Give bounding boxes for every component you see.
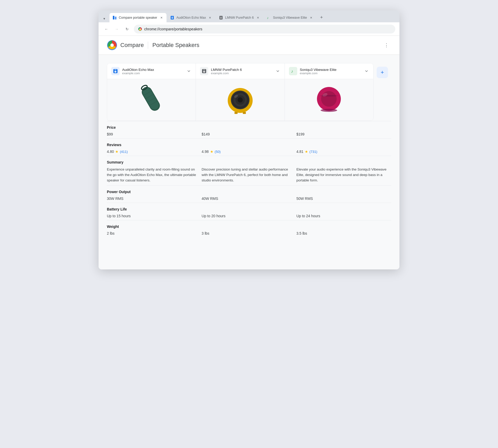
review-score-2: 4.98: [202, 150, 209, 154]
battery-value-3: Up to 24 hours: [296, 214, 391, 218]
review-count-1[interactable]: (411): [120, 150, 128, 154]
svg-rect-35: [243, 112, 246, 114]
reviews-values: 4.80 ★ (411) 4.98 ★ (50): [107, 150, 391, 154]
compare-section: Price $99 $149 $199 Reviews 4.80: [107, 121, 391, 237]
battery-value-1: Up to 15 hours: [107, 214, 202, 218]
compare-row-weight: Weight 2 lbs 3 lbs 3.5 lbs: [107, 220, 391, 237]
star-icon-2: ★: [210, 150, 213, 154]
weight-label: Weight: [107, 225, 391, 229]
tab-soniqu[interactable]: ♪ Soniqu3 Vibewave Elite ✕: [264, 13, 316, 22]
product-domain-2: example.com: [211, 72, 272, 75]
tab-list-btn[interactable]: ▼: [101, 15, 108, 22]
review-count-3[interactable]: (731): [309, 150, 317, 154]
product-dropdown-1[interactable]: [186, 69, 191, 74]
tab-compare-close[interactable]: ✕: [159, 16, 163, 20]
speaker-image-2: [225, 84, 256, 116]
header-menu-button[interactable]: ⋮: [382, 40, 391, 50]
product-dropdown-3[interactable]: [364, 69, 369, 74]
reviews-value-3: 4.81 ★ (731): [296, 150, 391, 154]
review-row-3: 4.81 ★ (731): [296, 150, 388, 154]
svg-point-6: [220, 17, 222, 19]
header-divider: [148, 42, 148, 49]
reviews-label: Reviews: [107, 143, 391, 147]
product-header-3: ♪ Soniqu3 Vibewave Elite example.com: [285, 63, 373, 79]
url-bar[interactable]: chrome://compare/portablespeakers: [134, 25, 395, 33]
speaker-image-1: [140, 83, 163, 117]
tab-soniqu-label: Soniqu3 Vibewave Elite: [273, 16, 307, 19]
product-header-1: AudiOtion Echo Max example.com: [107, 63, 196, 79]
summary-value-1: Experience unparalleled clarity and room…: [107, 167, 202, 183]
power-value-3: 50W RMS: [296, 196, 391, 201]
tab-soniqu-close[interactable]: ✕: [309, 16, 313, 20]
power-label: Power Output: [107, 190, 391, 194]
svg-rect-34: [234, 112, 238, 114]
svg-text:♪: ♪: [291, 69, 293, 73]
product-card-3: ♪ Soniqu3 Vibewave Elite example.com: [285, 63, 373, 121]
page-title: Portable Speakers: [152, 42, 199, 49]
product-domain-3: example.com: [300, 72, 361, 75]
page-header: Compare Portable Speakers ⋮: [99, 36, 399, 55]
product-card-1: AudiOtion Echo Max example.com: [107, 63, 196, 121]
new-tab-button[interactable]: +: [318, 14, 325, 21]
weight-value-3: 3.5 lbs: [296, 231, 391, 235]
compare-row-power: Power Output 30W RMS 40W RMS 50W RMS: [107, 185, 391, 203]
review-row-2: 4.98 ★ (50): [202, 150, 293, 154]
battery-label: Battery Life: [107, 207, 391, 211]
product-image-2: [196, 79, 284, 121]
compare-row-summary: Summary Experience unparalleled clarity …: [107, 156, 391, 185]
forward-button[interactable]: →: [113, 25, 120, 33]
price-values: $99 $149 $199: [107, 132, 391, 136]
browser-window: ▼ Compare portable speaker ✕ Au: [99, 10, 399, 269]
url-text[interactable]: chrome://compare/portablespeakers: [144, 27, 391, 31]
tab-lmnw-close[interactable]: ✕: [256, 16, 260, 20]
review-count-2[interactable]: (50): [215, 150, 221, 154]
summary-value-3: Elevate your audio experience with the S…: [296, 167, 391, 183]
chrome-icon-small: [138, 27, 142, 31]
svg-point-26: [203, 71, 205, 73]
product-info-2: LMNW PurePatch 6 example.com: [211, 68, 272, 75]
product-icon-1: [111, 67, 120, 75]
product-image-3: [285, 79, 373, 121]
product-card-2: LMNW PurePatch 6 example.com: [196, 63, 285, 121]
svg-rect-1: [115, 17, 116, 19]
star-icon-1: ★: [115, 150, 119, 154]
product-domain-1: example.com: [122, 72, 184, 75]
back-button[interactable]: ←: [103, 25, 110, 33]
tab-audio-close[interactable]: ✕: [208, 16, 212, 20]
star-icon-3: ★: [305, 150, 308, 154]
svg-point-39: [321, 91, 337, 107]
chrome-logo: [107, 40, 117, 50]
reviews-value-1: 4.80 ★ (411): [107, 150, 202, 154]
products-row: AudiOtion Echo Max example.com: [107, 63, 374, 121]
page-header-left: Compare Portable Speakers: [107, 40, 199, 50]
page-content: Compare Portable Speakers ⋮: [99, 36, 399, 269]
compare-row-price: Price $99 $149 $199: [107, 121, 391, 138]
svg-point-11: [140, 28, 141, 30]
product-dropdown-2[interactable]: [275, 69, 280, 74]
weight-value-1: 2 lbs: [107, 231, 202, 235]
header-compare-label: Compare: [120, 42, 144, 49]
product-image-1: [107, 79, 196, 121]
power-values: 30W RMS 40W RMS 50W RMS: [107, 196, 391, 201]
svg-point-14: [110, 44, 114, 47]
tab-lmnw-icon: [219, 16, 223, 20]
svg-point-3: [171, 17, 173, 19]
tab-compare-icon: [113, 16, 117, 20]
price-value-1: $99: [107, 132, 202, 136]
product-icon-3: ♪: [289, 67, 297, 75]
tab-lmnw-label: LMNW PurePatch 6: [225, 16, 254, 19]
tab-compare[interactable]: Compare portable speaker ✕: [109, 13, 167, 22]
product-name-1: AudiOtion Echo Max: [122, 68, 184, 72]
add-product-button[interactable]: +: [377, 67, 388, 78]
svg-rect-4: [171, 16, 173, 17]
tab-lmnw[interactable]: LMNW PurePatch 6 ✕: [216, 13, 263, 22]
tab-audio[interactable]: AudiOtion Echo Max ✕: [167, 13, 215, 22]
svg-rect-27: [203, 69, 205, 70]
product-icon-2: [200, 67, 208, 75]
svg-rect-17: [114, 69, 116, 70]
review-row-1: 4.80 ★ (411): [107, 150, 198, 154]
reload-button[interactable]: ↻: [123, 25, 131, 33]
summary-values: Experience unparalleled clarity and room…: [107, 167, 391, 183]
summary-value-2: Discover precision tuning and stellar au…: [202, 167, 296, 183]
summary-label: Summary: [107, 160, 391, 164]
